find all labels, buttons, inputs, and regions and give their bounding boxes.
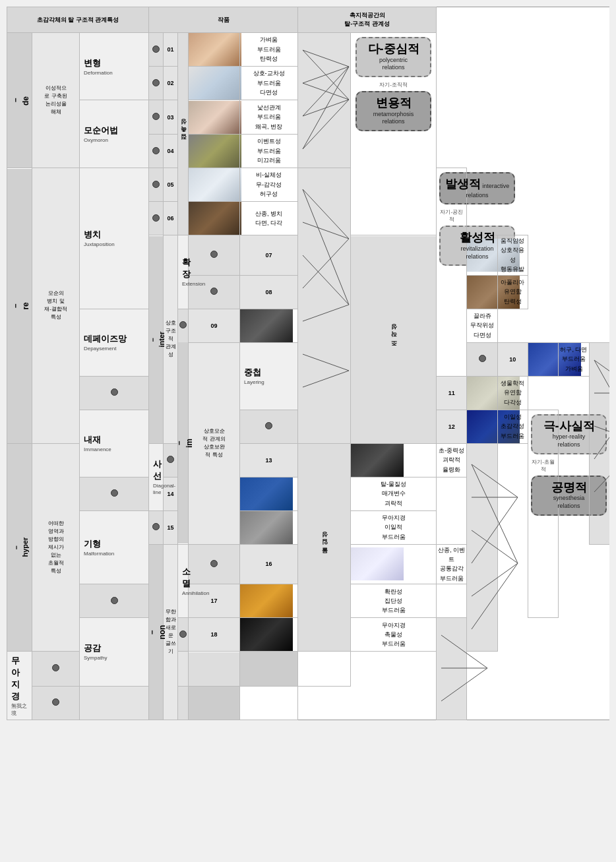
section-label-touch: 접 촉 성: [178, 33, 189, 235]
rel-polycentric-en: polycentricrelations: [379, 57, 408, 71]
num-01: 01: [164, 33, 178, 67]
props-empty2: [240, 686, 298, 720]
node-hyper2a: [149, 510, 164, 544]
img-09: [240, 309, 298, 342]
props-17: 확란성집단성부드러움: [351, 584, 437, 618]
svg-line-15: [303, 371, 349, 387]
svg-line-0: [303, 50, 349, 67]
props-18: 무아지경촉물성부드러움: [351, 618, 437, 652]
num-10: 10: [497, 342, 528, 376]
relations-hyper-non: 극-사실적 hyper-realityrelations 자기-초월적 공명적 …: [528, 410, 559, 618]
svg-line-22: [472, 464, 518, 497]
relation-metamorphosis: 변용적 metamorphosisrelations: [355, 91, 431, 131]
node-im2a: [240, 410, 298, 443]
svg-line-2: [303, 67, 349, 83]
svg-line-20: [594, 393, 609, 459]
rel-polycentric-ko: 다-중심적: [368, 42, 419, 55]
term-immanence: 내재 Immanence: [80, 410, 149, 477]
term-deformation: 변형 Deformation: [80, 33, 149, 100]
term-muajagyeong: 무아지경 無我之境: [7, 652, 32, 720]
svg-line-25: [472, 530, 518, 563]
node-non1a: [189, 544, 240, 584]
img-17: [240, 584, 298, 618]
svg-line-6: [303, 67, 349, 149]
lines-de: [298, 33, 351, 168]
prefix-re: re－: [7, 168, 32, 444]
props-04: 이벤트성부드러움미끄러움: [240, 135, 298, 168]
node-hyper1b: [80, 477, 149, 510]
node-01a: [149, 33, 164, 67]
img-01: [189, 33, 240, 67]
term-extension: 확장 Extension: [178, 235, 189, 309]
rel-interactive-ko: 발생적: [445, 177, 481, 191]
svg-line-8: [303, 189, 349, 239]
relation-interactive: 발생적 interactiverelations: [439, 172, 515, 204]
num-04: 04: [164, 135, 178, 168]
img-06: [189, 202, 240, 235]
node-01b: [149, 67, 164, 100]
rel-syn-en: synesthesiarelations: [553, 495, 585, 509]
num-02: 02: [164, 67, 178, 100]
node-inter1b: [189, 275, 240, 309]
svg-line-14: [303, 354, 349, 371]
prefix-de: de－: [7, 33, 32, 168]
relations-de-re: 다-중심적 polycentricrelations 자기-조직적 변용적 me…: [351, 33, 437, 235]
img-05: [189, 168, 240, 202]
term-malformation: 기형 Malformation: [80, 510, 149, 584]
props-08: 아폴리아유연함탄력성: [497, 275, 528, 309]
desc-im: 상호모순적 관계의상호보완적 특성: [189, 342, 240, 544]
lines-im: [589, 342, 609, 544]
sub-label-choweol: 자기-초월적: [531, 458, 555, 473]
svg-line-29: [441, 635, 487, 668]
term-annihilation: 소멸 Annihilation: [178, 544, 189, 618]
node-im1a: [467, 342, 497, 376]
node-hyper1a: [164, 443, 178, 477]
svg-line-23: [472, 464, 518, 563]
term-layering: 중첩 Layering: [240, 342, 298, 410]
num-16: 16: [240, 544, 298, 584]
header-right: 촉지적공간의탈-구조적 관계성: [298, 7, 437, 33]
node-02a: [149, 100, 164, 135]
node-non3a: [32, 652, 80, 687]
img-02: [189, 67, 240, 100]
props-11: 생물학적유연함다각성: [497, 376, 528, 410]
svg-line-10: [303, 222, 349, 239]
desc-inter: 상호구조적 관계성: [164, 235, 178, 444]
props-empty: [298, 652, 351, 687]
relations-inter: 발생적 interactiverelations 자기-공진적 활성적 revi…: [437, 168, 467, 377]
props-02: 상호-교차성부드러움다면성: [240, 67, 298, 100]
svg-line-13: [303, 305, 349, 321]
prefix-im: im－: [178, 342, 189, 544]
desc-de: 이성적으로 구축된논리성을해체: [32, 33, 80, 168]
rel-hyper-en: hyper-realityrelations: [553, 433, 586, 448]
rel-meta-en: metamorphosisrelations: [373, 111, 414, 125]
num-11: 11: [437, 376, 467, 410]
num-12: 12: [437, 410, 467, 443]
svg-line-4: [303, 67, 349, 116]
sub-label-gongjinak: 자기-공진적: [439, 208, 464, 223]
num-18-b: [178, 652, 189, 687]
img-13: [351, 443, 437, 477]
section-label-empty: [189, 652, 240, 687]
img-08: [467, 275, 497, 309]
rel-revit-ko: 활성적: [460, 231, 495, 244]
img-11: [467, 376, 497, 410]
node-im1b: [80, 376, 149, 410]
node-re1b: [149, 202, 164, 235]
section-label-op: 조 작 성: [351, 235, 437, 444]
relation-polycentric: 다-중심적 polycentricrelations: [355, 37, 431, 77]
props-14: 탈-물질성매개변수괴락적: [351, 477, 437, 510]
node-02b: [149, 135, 164, 168]
num-07: 07: [240, 235, 298, 276]
sub-label-jjagijojeok: 자기-조직적: [354, 81, 433, 88]
lines-svg-hyper: [468, 448, 521, 646]
header-center: 작품: [149, 7, 298, 33]
prefix-non: non－: [149, 544, 164, 720]
node-non2a: [178, 618, 189, 652]
lines-non: [437, 618, 467, 720]
rel-meta-ko: 변용적: [376, 96, 412, 109]
num-17: 17: [189, 584, 240, 618]
svg-line-17: [594, 360, 609, 443]
desc-hyper: 어떠한영역과방향의제시가없는초월적특성: [32, 443, 80, 652]
num-05: 05: [164, 168, 178, 202]
